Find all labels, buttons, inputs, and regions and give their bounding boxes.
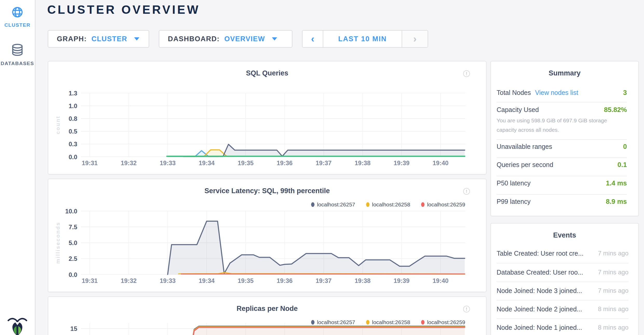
summary-label: Queries per second bbox=[497, 161, 553, 169]
summary-row-total-nodes: Total Nodes View nodes list 3 bbox=[497, 88, 627, 97]
svg-text:7.5: 7.5 bbox=[68, 224, 77, 231]
sql-queries-card: SQL Queries 19:3119:3219:3319:3419:3519:… bbox=[48, 61, 487, 175]
event-text: Node Joined: Node 3 joined... bbox=[497, 287, 582, 295]
svg-text:19:39: 19:39 bbox=[394, 277, 409, 284]
svg-text:0.0: 0.0 bbox=[68, 271, 77, 278]
event-text: Node Joined: Node 2 joined... bbox=[497, 305, 582, 313]
time-prev-button[interactable]: ‹ bbox=[303, 31, 323, 47]
svg-text:5.0: 5.0 bbox=[68, 239, 77, 246]
summary-value: 3 bbox=[623, 89, 627, 97]
summary-label: Total Nodes bbox=[497, 89, 531, 96]
svg-text:1.3: 1.3 bbox=[68, 90, 77, 97]
sidebar-item-databases[interactable]: DATABASES bbox=[0, 44, 35, 66]
cockroachdb-logo-icon bbox=[7, 315, 28, 335]
replicas-per-node-card: Replicas per Node localhost:26257localho… bbox=[48, 296, 487, 335]
event-row[interactable]: Table Created: User root cre... 7 mins a… bbox=[497, 249, 628, 258]
svg-text:19:38: 19:38 bbox=[355, 277, 371, 284]
svg-text:19:36: 19:36 bbox=[277, 277, 292, 284]
divider bbox=[497, 300, 628, 301]
sidebar-item-label: DATABASES bbox=[0, 61, 35, 66]
summary-value: 8.9 ms bbox=[606, 198, 627, 206]
summary-label: P99 latency bbox=[497, 198, 531, 205]
svg-text:19:31: 19:31 bbox=[82, 277, 98, 284]
graph-dropdown-value: CLUSTER bbox=[92, 35, 127, 43]
summary-value: 1.4 ms bbox=[606, 179, 627, 187]
cluster-overview-page: CLUSTER DATABASES bbox=[0, 0, 644, 335]
graph-dropdown-label: GRAPH: bbox=[57, 35, 87, 43]
svg-text:19:35: 19:35 bbox=[238, 159, 254, 166]
dashboard-dropdown-label: DASHBOARD: bbox=[168, 35, 220, 43]
summary-label: Unavailable ranges bbox=[497, 143, 552, 150]
svg-text:19:33: 19:33 bbox=[160, 277, 176, 284]
summary-label: P50 latency bbox=[497, 179, 531, 187]
divider bbox=[497, 282, 628, 282]
events-panel: Events Table Created: User root cre... 7… bbox=[490, 223, 639, 335]
summary-label: Capacity Used bbox=[497, 106, 539, 114]
service-latency-chart: 19:3119:3219:3319:3419:3519:3619:3719:38… bbox=[48, 179, 486, 292]
sidebar: CLUSTER DATABASES bbox=[0, 0, 36, 335]
svg-text:2.5: 2.5 bbox=[68, 255, 77, 262]
svg-text:19:39: 19:39 bbox=[394, 159, 409, 166]
graph-dropdown[interactable]: GRAPH: CLUSTER bbox=[48, 30, 149, 48]
divider bbox=[497, 263, 628, 263]
database-icon bbox=[11, 44, 23, 57]
event-text: Node Joined: Node 1 joined... bbox=[497, 324, 582, 331]
view-nodes-list-link[interactable]: View nodes list bbox=[535, 89, 578, 96]
event-text: Database Created: User roo... bbox=[497, 269, 583, 276]
svg-text:19:37: 19:37 bbox=[316, 277, 332, 284]
divider bbox=[497, 157, 627, 158]
svg-text:19:37: 19:37 bbox=[316, 159, 332, 166]
chevron-down-icon bbox=[134, 37, 139, 40]
summary-row-p99: P99 latency 8.9 ms bbox=[497, 197, 627, 206]
time-range-selector: ‹ LAST 10 MIN › bbox=[302, 30, 428, 48]
event-row[interactable]: Database Created: User roo... 7 mins ago bbox=[497, 268, 628, 277]
sql-queries-chart: 19:3119:3219:3319:3419:3519:3619:3719:38… bbox=[48, 61, 486, 174]
service-latency-card: Service Latency: SQL, 99th percentile lo… bbox=[48, 179, 487, 292]
globe-icon bbox=[12, 7, 23, 19]
svg-text:19:38: 19:38 bbox=[355, 159, 371, 166]
svg-text:19:34: 19:34 bbox=[199, 277, 215, 284]
event-row[interactable]: Node Joined: Node 3 joined... 7 mins ago bbox=[497, 286, 628, 295]
svg-text:19:35: 19:35 bbox=[238, 277, 254, 284]
summary-panel: Summary Total Nodes View nodes list 3 Ca… bbox=[490, 61, 639, 216]
svg-text:10.0: 10.0 bbox=[65, 208, 77, 215]
svg-text:0.0: 0.0 bbox=[68, 153, 77, 160]
svg-text:19:32: 19:32 bbox=[121, 277, 136, 284]
event-time: 8 mins ago bbox=[594, 305, 628, 313]
svg-text:15: 15 bbox=[70, 325, 77, 332]
svg-text:19:31: 19:31 bbox=[82, 159, 98, 166]
capacity-subtext-line2: capacity across all nodes. bbox=[497, 127, 627, 133]
divider bbox=[497, 318, 628, 319]
summary-row-capacity: Capacity Used 85.82% bbox=[497, 105, 627, 114]
event-row[interactable]: Node Joined: Node 2 joined... 8 mins ago bbox=[497, 304, 628, 314]
event-text: Table Created: User root cre... bbox=[497, 250, 584, 257]
svg-text:1.0: 1.0 bbox=[68, 102, 77, 109]
sidebar-item-cluster[interactable]: CLUSTER bbox=[0, 7, 35, 28]
time-next-button[interactable]: › bbox=[402, 31, 428, 47]
svg-text:19:40: 19:40 bbox=[433, 277, 448, 284]
svg-text:0.5: 0.5 bbox=[68, 128, 77, 135]
divider bbox=[497, 194, 627, 195]
svg-text:0.8: 0.8 bbox=[68, 115, 77, 122]
svg-text:milliseconds: milliseconds bbox=[55, 222, 61, 264]
capacity-subtext-line1: You are using 598.9 GiB of 697.9 GiB sto… bbox=[497, 117, 627, 124]
summary-value: 0.1 bbox=[618, 161, 627, 169]
sidebar-item-label: CLUSTER bbox=[0, 22, 35, 28]
divider bbox=[497, 139, 627, 140]
event-row[interactable]: Node Joined: Node 1 joined... 8 mins ago bbox=[497, 323, 628, 332]
summary-value: 85.82% bbox=[604, 106, 627, 114]
event-time: 7 mins ago bbox=[594, 287, 628, 294]
dashboard-dropdown-value: OVERVIEW bbox=[224, 35, 265, 43]
page-title: CLUSTER OVERVIEW bbox=[47, 3, 200, 17]
summary-row-p50: P50 latency 1.4 ms bbox=[497, 178, 627, 188]
svg-text:19:36: 19:36 bbox=[277, 159, 292, 166]
summary-title: Summary bbox=[491, 69, 638, 77]
time-range-value[interactable]: LAST 10 MIN bbox=[323, 31, 402, 47]
svg-text:19:40: 19:40 bbox=[433, 159, 448, 166]
summary-row-unavailable-ranges: Unavailable ranges 0 bbox=[497, 142, 627, 151]
event-time: 7 mins ago bbox=[594, 269, 628, 276]
svg-text:19:33: 19:33 bbox=[160, 159, 176, 166]
dashboard-dropdown[interactable]: DASHBOARD: OVERVIEW bbox=[159, 30, 292, 48]
events-title: Events bbox=[491, 231, 638, 239]
svg-text:19:32: 19:32 bbox=[121, 159, 136, 166]
